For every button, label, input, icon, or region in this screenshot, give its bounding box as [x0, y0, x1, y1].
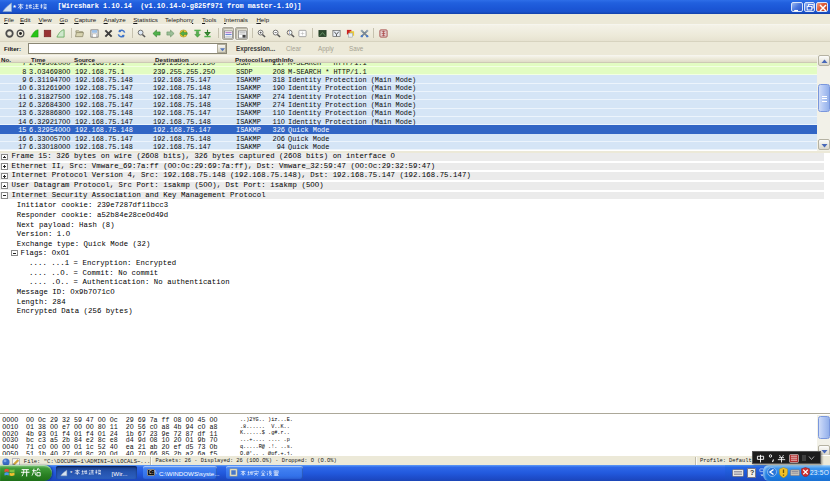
- svg-text:1: 1: [288, 31, 290, 35]
